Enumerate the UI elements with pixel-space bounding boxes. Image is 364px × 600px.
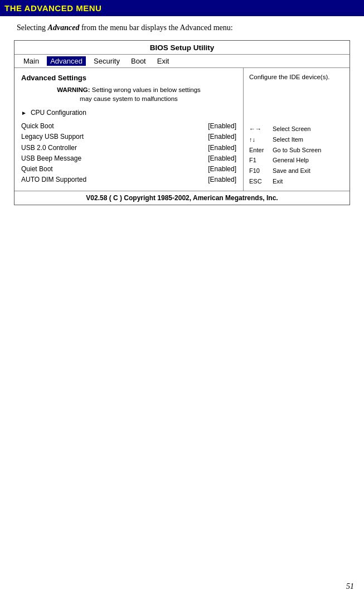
bios-menu-main: Main bbox=[20, 56, 42, 66]
setting-value-1: [Enabled] bbox=[208, 132, 236, 142]
bios-keys-legend: ←→ Select Screen ↑↓ Select Item Enter Go… bbox=[249, 124, 344, 186]
bios-warning: WARNING: Setting wrong values in below s… bbox=[21, 85, 236, 103]
bios-left-panel: Advanced Settings WARNING: Setting wrong… bbox=[14, 68, 244, 191]
key-label-3: F1 bbox=[249, 155, 269, 166]
key-desc-0: Select Screen bbox=[273, 124, 310, 134]
bios-settings-list: Quick Boot [Enabled] Legacy USB Support … bbox=[21, 121, 236, 185]
bios-menu-security: Security bbox=[90, 56, 123, 66]
arrow-icon: ► bbox=[21, 110, 27, 116]
intro-paragraph: Selecting Advanced from the menu bar dis… bbox=[0, 16, 364, 40]
bios-content-area: Advanced Settings WARNING: Setting wrong… bbox=[14, 68, 350, 191]
bios-help-text: Configure the IDE device(s). bbox=[249, 72, 344, 82]
bios-key-row-4: F10 Save and Exit bbox=[249, 166, 344, 176]
key-label-4: F10 bbox=[249, 166, 269, 176]
setting-name-2: USB 2.0 Controller bbox=[21, 143, 77, 153]
bios-setting-row: Legacy USB Support [Enabled] bbox=[21, 132, 236, 142]
bios-key-row-2: Enter Go to Sub Screen bbox=[249, 145, 344, 156]
key-desc-1: Select Item bbox=[273, 134, 303, 145]
bios-section-title: Advanced Settings bbox=[21, 74, 236, 82]
key-desc-4: Save and Exit bbox=[273, 166, 310, 176]
bios-warning-label: WARNING: bbox=[57, 86, 90, 93]
bios-title: BIOS Setup Utility bbox=[150, 43, 215, 52]
setting-name-0: Quick Boot bbox=[21, 121, 54, 132]
bios-right-panel: Configure the IDE device(s). ←→ Select S… bbox=[244, 68, 350, 191]
section-header: THE ADVANCED MENU bbox=[0, 0, 364, 16]
bios-key-row-5: ESC Exit bbox=[249, 176, 344, 187]
bios-cpu-config-label: CPU Configuration bbox=[31, 109, 86, 117]
intro-text-before: Selecting bbox=[17, 23, 48, 32]
bios-menu-bar: Main Advanced Security Boot Exit bbox=[14, 55, 350, 68]
bios-warning-text: Setting wrong values in below settingsma… bbox=[80, 86, 201, 102]
key-label-2: Enter bbox=[249, 145, 269, 156]
bios-cpu-config: ► CPU Configuration bbox=[21, 109, 236, 117]
bios-title-bar: BIOS Setup Utility bbox=[14, 41, 350, 55]
setting-value-2: [Enabled] bbox=[208, 143, 236, 153]
setting-name-4: Quiet Boot bbox=[21, 164, 53, 175]
bios-key-row-1: ↑↓ Select Item bbox=[249, 134, 344, 145]
bios-setting-row: USB 2.0 Controller [Enabled] bbox=[21, 143, 236, 153]
key-label-5: ESC bbox=[249, 176, 269, 187]
setting-name-3: USB Beep Message bbox=[21, 153, 81, 164]
bios-footer: V02.58 ( C ) Copyright 1985-2002, Americ… bbox=[14, 191, 350, 205]
bios-setting-row: Quiet Boot [Enabled] bbox=[21, 164, 236, 175]
setting-value-5: [Enabled] bbox=[208, 175, 236, 185]
bios-menu-advanced: Advanced bbox=[47, 56, 86, 66]
bios-menu-boot: Boot bbox=[128, 56, 149, 66]
bios-footer-text: V02.58 ( C ) Copyright 1985-2002, Americ… bbox=[86, 194, 278, 202]
bios-screenshot: BIOS Setup Utility Main Advanced Securit… bbox=[14, 40, 350, 205]
setting-value-3: [Enabled] bbox=[208, 153, 236, 164]
setting-value-0: [Enabled] bbox=[208, 121, 236, 132]
key-label-0: ←→ bbox=[249, 124, 269, 134]
setting-value-4: [Enabled] bbox=[208, 164, 236, 175]
key-desc-3: General Help bbox=[273, 155, 309, 166]
bios-setting-row: Quick Boot [Enabled] bbox=[21, 121, 236, 132]
setting-name-5: AUTO DIM Supported bbox=[21, 175, 86, 185]
key-desc-2: Go to Sub Screen bbox=[273, 145, 321, 156]
bios-menu-exit: Exit bbox=[154, 56, 173, 66]
key-desc-5: Exit bbox=[273, 176, 283, 187]
setting-name-1: Legacy USB Support bbox=[21, 132, 84, 142]
intro-text-after: from the menu bar displays the Advanced … bbox=[79, 23, 232, 32]
page-number: 51 bbox=[346, 582, 354, 591]
bios-setting-row: USB Beep Message [Enabled] bbox=[21, 153, 236, 164]
key-label-1: ↑↓ bbox=[249, 134, 269, 145]
intro-italic-word: Advanced bbox=[48, 23, 80, 32]
bios-key-row-3: F1 General Help bbox=[249, 155, 344, 166]
bios-key-row-0: ←→ Select Screen bbox=[249, 124, 344, 134]
bios-setting-row: AUTO DIM Supported [Enabled] bbox=[21, 175, 236, 185]
header-label: THE ADVANCED MENU bbox=[4, 3, 101, 13]
